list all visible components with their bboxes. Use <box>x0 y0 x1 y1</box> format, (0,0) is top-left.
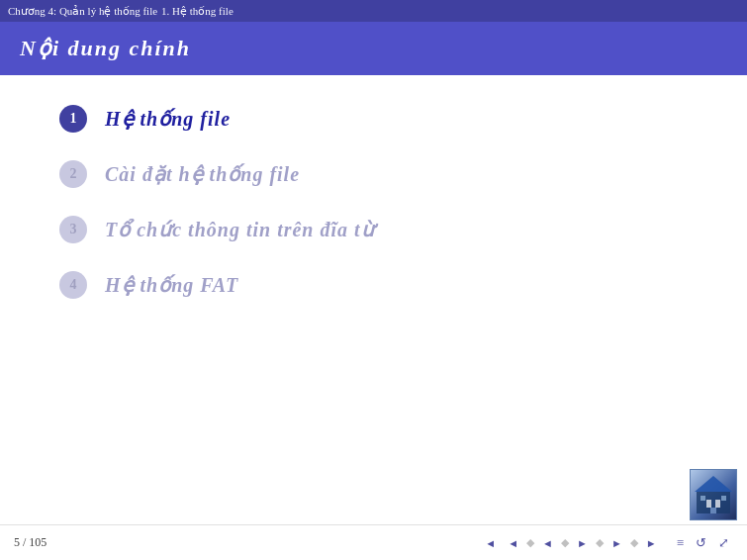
menu-number-2: 2 <box>59 160 87 188</box>
svg-rect-4 <box>700 496 705 501</box>
page-title: Nội dung chính <box>20 36 727 61</box>
page-info: 5 / 105 <box>14 535 47 550</box>
list-item: 2 Cài đặt hệ thống file <box>59 160 688 188</box>
nav-menu-icon[interactable]: ≡ <box>673 533 688 553</box>
svg-rect-6 <box>710 508 716 513</box>
logo-icon <box>693 472 734 517</box>
nav-back-icon[interactable]: ↺ <box>692 533 710 553</box>
list-item: 3 Tổ chức thông tin trên đĩa từ <box>59 216 688 243</box>
breadcrumb: Chương 4: Quản lý hệ thống file 1. Hệ th… <box>8 5 233 18</box>
menu-number-1: 1 <box>59 105 87 133</box>
menu-label-2: Cài đặt hệ thống file <box>105 162 300 186</box>
nav-controls: ◄ ◄ ◆ ◄ ◆ ► ◆ ► ◆ ► ≡ ↺ ⤢ <box>481 533 733 553</box>
nav-forward-icon[interactable]: ⤢ <box>714 533 733 553</box>
nav-left1-button[interactable]: ◄ <box>481 535 500 551</box>
menu-number-4: 4 <box>59 271 87 299</box>
bottom-bar: 5 / 105 ◄ ◄ ◆ ◄ ◆ ► ◆ ► ◆ ► ≡ ↺ ⤢ <box>0 524 747 560</box>
main-content: 1 Hệ thống file 2 Cài đặt hệ thống file … <box>0 75 747 356</box>
header-banner: Nội dung chính <box>0 22 747 75</box>
logo-inner <box>690 469 737 520</box>
list-item: 1 Hệ thống file <box>59 105 688 133</box>
svg-marker-1 <box>695 476 732 492</box>
nav-left3-button[interactable]: ◄ <box>538 535 557 551</box>
svg-rect-5 <box>721 496 726 501</box>
menu-label-3: Tổ chức thông tin trên đĩa từ <box>105 218 375 241</box>
nav-left2-button[interactable]: ◄ <box>504 535 522 551</box>
nav-right3-button[interactable]: ► <box>642 535 661 551</box>
breadcrumb-section: 1. Hệ thống file <box>161 5 233 18</box>
svg-rect-2 <box>706 500 711 508</box>
logo-badge <box>690 469 737 520</box>
breadcrumb-chapter: Chương 4: Quản lý hệ thống file <box>8 5 157 18</box>
menu-number-3: 3 <box>59 216 87 243</box>
nav-right1-button[interactable]: ► <box>573 535 592 551</box>
nav-right2-button[interactable]: ► <box>607 535 626 551</box>
menu-label-4: Hệ thống FAT <box>105 273 238 297</box>
list-item: 4 Hệ thống FAT <box>59 271 688 299</box>
page-total: 105 <box>29 535 47 549</box>
svg-rect-3 <box>715 500 720 508</box>
top-bar: Chương 4: Quản lý hệ thống file 1. Hệ th… <box>0 0 747 22</box>
menu-label-1: Hệ thống file <box>105 107 231 131</box>
